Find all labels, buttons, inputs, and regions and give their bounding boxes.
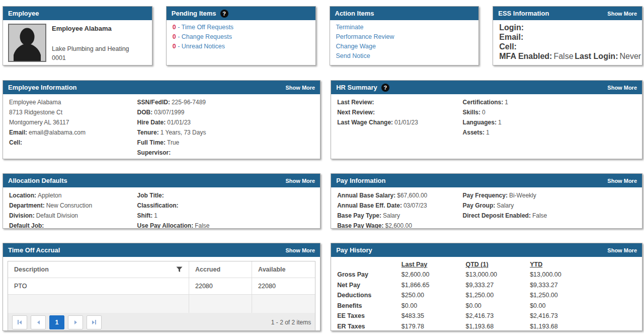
action-link-terminate[interactable]: Terminate [336,24,364,31]
pager-last-button[interactable] [87,315,102,329]
show-more-link[interactable]: Show More [607,85,637,91]
column-header-description: Description [8,261,189,278]
cell-accrued [189,295,252,313]
column-header-ytd[interactable]: YTD [530,259,636,270]
employee-dashboard-page: Employee Employee Alabama Lake Plumbing … [0,0,644,335]
next-page-icon [74,320,77,324]
pending-link-change-requests[interactable]: - Change Requests [178,33,232,40]
panel-pending-items-header: Pending Items ? [167,7,315,20]
action-link-change-wage[interactable]: Change Wage [336,43,376,50]
field-value: New Consruction [46,202,92,209]
cell-ytd: $1,250.00 [530,290,636,301]
help-icon[interactable]: ? [220,10,228,18]
field-label: Cell: [499,42,517,51]
field-label: Supervisor: [137,149,171,156]
pending-link-time-off-requests[interactable]: - Time Off Requests [178,24,233,31]
field-value: 0 [482,109,486,116]
pay-history-body: Last Pay QTD (1) YTD Gross Pay $2,600.00… [331,257,642,331]
row-label: ER Taxes [337,321,401,331]
panel-title: Pay History [336,246,372,254]
employee-street: 8713 Ridgestone Ct [9,107,137,117]
pager-first-button[interactable] [12,315,27,329]
panel-action-items-header: Action Items [330,7,479,20]
field-value: False [532,212,547,219]
table-row-empty [8,295,315,313]
field-value: 1 Years, 73 Days [160,129,206,136]
panel-time-off-accrual-header: Time Off Accrual Show More [3,243,320,257]
pending-link-unread-notices[interactable]: - Unread Notices [178,43,225,50]
panel-title: ESS Information [498,10,549,17]
tables-row: Time Off Accrual Show More Description A… [3,243,642,331]
help-icon[interactable]: ? [381,84,389,92]
hr-summary-left-column: Last Review: Next Review: Last Wage Chan… [337,97,462,138]
field-value: False [195,222,209,229]
show-more-link[interactable]: Show More [286,247,315,253]
allocation-defaults-right-column: Job Title: Classification: Shift:1 Use P… [137,190,314,229]
pager-page-1-button[interactable]: 1 [49,315,64,329]
employee-information-body: Employee Alabama 8713 Ridgestone Ct Mont… [3,94,320,159]
action-link-send-notice[interactable]: Send Notice [336,52,370,59]
panel-ess-information-header: ESS Information Show More [493,7,642,20]
cell-qtd: $13,000.00 [466,270,530,280]
field-label: Assets: [463,129,485,136]
employee-meta: Employee Alabama Lake Plumbing and Heati… [52,24,129,62]
pager-summary: 1 - 2 of 2 items [271,319,311,326]
show-more-link[interactable]: Show More [607,178,637,184]
cell-ytd: $9,333.27 [530,280,636,291]
field-label: Last Login: [575,52,618,60]
field-label: Division: [9,212,35,219]
field-value: email@alabama.com [29,129,86,136]
hr-summary-right-column: Certifications:1 Skills:0 Languages:1 As… [463,97,636,138]
show-more-link[interactable]: Show More [286,85,315,91]
allocation-defaults-body: Location:Appleton Department:New Consruc… [3,187,320,229]
panel-employee-header: Employee [3,7,152,20]
field-label: Last Review: [337,99,374,106]
employee-information-right-column: SSN/FedID:225-96-7489 DOB:03/07/1999 Hir… [137,97,314,158]
first-page-icon [18,320,19,324]
cell-last-pay: $1,866.65 [401,280,466,291]
show-more-link[interactable]: Show More [607,247,637,253]
cell-last-pay: $483.35 [401,311,466,321]
panel-title: HR Summary [336,84,377,91]
field-value: True [167,139,179,146]
table-row-gross-pay: Gross Pay $2,600.00 $13,000.00 $13,000.0… [337,270,636,280]
field-label: Use Pay Allocation: [137,222,194,229]
panel-pay-information: Pay Information Show More Annual Base Sa… [331,173,642,229]
panel-pay-history-header: Pay History Show More [331,243,642,257]
show-more-link[interactable]: Show More [286,178,315,184]
row-label: Benefits [337,301,401,311]
column-header-qtd[interactable]: QTD (1) [466,259,530,270]
filter-icon[interactable] [176,266,183,273]
field-label: Department: [9,202,45,209]
panel-title: Action Items [335,10,374,17]
pager-next-button[interactable] [68,315,83,329]
field-value: Never [619,52,641,60]
field-value: 1 [486,129,490,136]
employee-card-body: Employee Alabama Lake Plumbing and Heati… [3,20,152,65]
cell-qtd: $9,333.27 [466,280,530,291]
field-value: 1 [498,119,502,126]
pay-information-body: Annual Base Salary:$67,600.00 Annual Bas… [331,187,642,229]
ess-bottom-row: MFA Enabled:False Last Login:Never [499,51,636,61]
employee-number: 0001 [52,53,129,62]
row-label: EE Taxes [337,311,401,321]
field-value: 1 [505,99,508,106]
cell-last-pay: $2,600.00 [401,270,466,280]
panel-allocation-defaults: Allocation Defaults Show More Location:A… [3,173,320,229]
show-more-link[interactable]: Show More [607,11,637,17]
action-link-performance-review[interactable]: Performance Review [336,33,394,40]
cell-available [252,295,315,313]
pager-prev-button[interactable] [31,315,46,329]
panel-hr-summary-header: HR Summary ? Show More [331,81,642,94]
field-value: Default Division [36,212,78,219]
field-value: 01/01/23 [167,119,191,126]
row-label: Net Pay [337,280,401,291]
field-label: Next Review: [337,109,375,116]
column-header-last-pay[interactable]: Last Pay [401,259,466,270]
field-value: 1 [154,212,157,219]
field-label: Cell: [9,139,22,146]
field-label: Base Pay Wage: [337,222,383,229]
field-label: Email: [9,129,27,136]
panel-allocation-defaults-header: Allocation Defaults Show More [3,174,320,187]
panel-title: Pending Items [172,10,216,17]
